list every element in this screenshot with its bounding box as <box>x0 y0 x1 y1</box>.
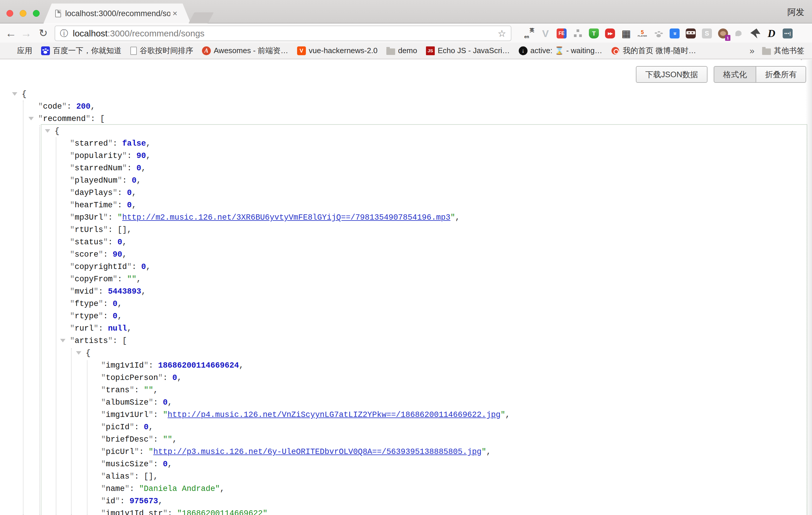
json-line: "albumSize": 0, <box>0 396 812 409</box>
d-logo-extension-icon[interactable]: D <box>766 28 777 38</box>
json-line: "name": "Daniela Andrade", <box>0 483 812 495</box>
json-line: "topicPerson": 0, <box>0 372 812 384</box>
bookmarks-overflow-icon[interactable]: » <box>750 46 754 56</box>
shield-check-extension-icon[interactable]: « <box>670 28 679 38</box>
bookmark-label: 谷歌按时间排序 <box>140 46 193 56</box>
traffic-lights <box>6 10 40 17</box>
bird-extension-icon[interactable] <box>734 28 744 38</box>
page-info-icon[interactable]: ⓘ <box>60 28 68 39</box>
json-line: { <box>0 347 812 360</box>
translate-extension-icon[interactable]: 英en <box>524 28 534 38</box>
zoom-window-button[interactable] <box>33 10 40 17</box>
qr-code-extension-icon[interactable]: ▦ <box>621 28 631 38</box>
bookmark-item[interactable]: JSEcho JS - JavaScri… <box>426 46 510 55</box>
bookmark-label: Awesomes - 前端资… <box>214 46 288 56</box>
apps-grid-icon <box>6 47 14 55</box>
folder-icon <box>386 49 395 55</box>
json-url-link[interactable]: http://m2.music.126.net/3XR6BU6yvtyVmFE8… <box>122 213 450 222</box>
bookmark-star-icon[interactable]: ☆ <box>498 28 506 39</box>
awesomes-icon: A <box>202 47 211 55</box>
bookmark-label: Echo JS - JavaScri… <box>438 46 510 55</box>
echojs-icon: JS <box>426 47 435 55</box>
vue-devtools-extension-icon[interactable]: V <box>541 28 550 38</box>
collapse-toggle-icon[interactable] <box>12 92 17 96</box>
json-line: "rtype": 0, <box>0 310 812 322</box>
address-bar[interactable]: ⓘ localhost :3000/recommend/songs ☆ <box>55 26 512 41</box>
bookmark-label: vue-hackernews-2.0 <box>309 46 378 55</box>
json-line: "id": 975673, <box>0 495 812 507</box>
collapse-toggle-icon[interactable] <box>45 129 50 133</box>
json-line: "popularity": 90, <box>0 150 812 162</box>
json-line: "picId": 0, <box>0 421 812 433</box>
collapse-toggle-icon[interactable] <box>76 351 81 355</box>
json-url-link[interactable]: http://p3.music.126.net/6y-UleORITEDbvrO… <box>153 448 482 456</box>
bookmark-item[interactable]: demo <box>386 46 417 55</box>
json-line: "hearTime": 0, <box>0 199 812 211</box>
active-down-icon: ↓ <box>519 47 527 55</box>
json-line: "img1v1Url": "http://p4.music.126.net/Vn… <box>0 409 812 421</box>
json-line: { <box>0 125 812 137</box>
paw-extension-icon[interactable] <box>654 28 663 38</box>
url-path: :3000/recommend/songs <box>108 28 204 38</box>
bookmark-item[interactable]: 百度一下，你就知道 <box>41 46 121 56</box>
json-line: "img1v1Id_str": "18686200114669622" <box>0 507 812 515</box>
baidu-paw-icon <box>41 47 50 55</box>
other-bookmarks-folder[interactable]: 其他书签 <box>762 46 804 56</box>
monkey-extension-icon[interactable]: 1 <box>718 28 728 38</box>
json-line: "mp3Url": "http://m2.music.126.net/3XR6B… <box>0 211 812 224</box>
page-content: 下载JSON数据 格式化 折叠所有 {"code": 200,"recommen… <box>0 60 812 515</box>
tab-strip: localhost:3000/recommend/so × 阿发 <box>0 0 812 24</box>
s-logo-extension-icon[interactable]: S <box>702 28 712 38</box>
json-line: "ftype": 0, <box>0 298 812 310</box>
other-bookmarks-label: 其他书签 <box>774 46 804 56</box>
bookmark-item[interactable]: AAwesomes - 前端资… <box>202 46 288 56</box>
bookmark-item[interactable]: ↓active: ⌛ - waiting… <box>519 46 602 55</box>
browser-tab[interactable]: localhost:3000/recommend/so × <box>44 3 191 24</box>
close-window-button[interactable] <box>6 10 13 17</box>
json-line: "starred": false, <box>0 137 812 150</box>
json-line: "dayPlays": 0, <box>0 187 812 199</box>
json-lines: {"code": 200,"recommend": [{"starred": f… <box>0 88 812 515</box>
json-line: "musicSize": 0, <box>0 458 812 470</box>
json-line: "copyFrom": "", <box>0 273 812 285</box>
tampermonkey-extension-icon[interactable]: T <box>589 28 599 38</box>
folder-icon <box>762 49 771 55</box>
fe-extension-icon[interactable]: FE <box>557 28 567 38</box>
video-speed-extension-icon[interactable]: ▶▶ <box>605 28 615 38</box>
bookmark-label: demo <box>398 46 417 55</box>
back-icon[interactable]: ← <box>3 26 18 40</box>
password-extension-icon[interactable]: •••| <box>783 28 793 38</box>
extension-badge: 1 <box>725 35 730 41</box>
browser-window: localhost:3000/recommend/so × 阿发 ← → ↻ ⓘ… <box>0 0 812 515</box>
bookmark-item[interactable]: 谷歌按时间排序 <box>130 46 193 56</box>
json-line: "recommend": [ <box>0 113 812 125</box>
bookmark-item[interactable]: Vvue-hackernews-2.0 <box>297 46 378 55</box>
ninja-extension-icon[interactable] <box>686 28 696 38</box>
forward-icon[interactable]: → <box>19 26 33 40</box>
minimize-window-button[interactable] <box>20 10 26 17</box>
hummingbird-extension-icon[interactable] <box>750 28 760 38</box>
json-line: "playedNum": 0, <box>0 174 812 187</box>
scrollbar-track[interactable] <box>806 60 812 515</box>
json-url-link[interactable]: http://p4.music.126.net/VnZiScyynLG7atLI… <box>168 410 500 419</box>
json-line: "rtUrls": [], <box>0 224 812 236</box>
bookmark-item[interactable]: 我的首页 微博-随时… <box>611 46 696 56</box>
json-line: "img1v1Id": 18686200114669624, <box>0 360 812 372</box>
collapse-toggle-icon[interactable] <box>60 339 65 342</box>
page-favicon-icon <box>55 10 61 17</box>
json-line: "picUrl": "http://p3.music.126.net/6y-Ul… <box>0 446 812 458</box>
html5-player-extension-icon[interactable]: 5PLAYER <box>637 28 647 38</box>
browser-toolbar: ← → ↻ ⓘ localhost :3000/recommend/songs … <box>0 24 812 42</box>
bookmark-label: active: ⌛ - waiting… <box>530 46 602 55</box>
json-line: "status": 0, <box>0 236 812 249</box>
new-tab-button[interactable] <box>188 12 214 24</box>
reload-icon[interactable]: ↻ <box>36 26 51 40</box>
json-line: "copyrightId": 0, <box>0 261 812 273</box>
bookmark-label: 应用 <box>17 46 32 56</box>
json-line: "rurl": null, <box>0 322 812 335</box>
tab-close-icon[interactable]: × <box>173 9 177 18</box>
collapse-toggle-icon[interactable] <box>28 117 34 120</box>
sitemap-extension-icon[interactable] <box>573 28 583 38</box>
profile-name[interactable]: 阿发 <box>787 6 804 18</box>
bookmark-item[interactable]: 应用 <box>6 46 32 56</box>
